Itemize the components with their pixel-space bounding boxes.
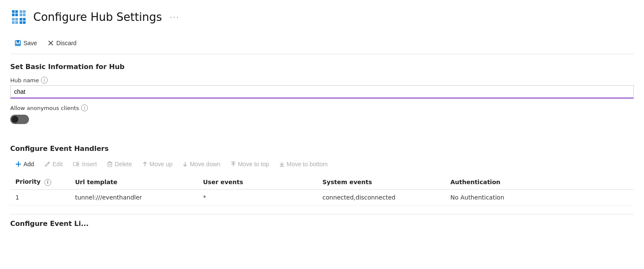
event-handlers-toolbar: Add Edit Insert	[10, 159, 634, 170]
basic-info-title: Set Basic Information for Hub	[10, 63, 634, 71]
svg-rect-24	[108, 162, 112, 167]
bottom-section-title: Configure Event Li...	[10, 220, 634, 228]
hub-name-info-icon[interactable]: i	[41, 77, 48, 84]
insert-icon	[73, 161, 80, 167]
add-button[interactable]: Add	[10, 159, 39, 170]
move-to-top-button[interactable]: Move to top	[226, 159, 274, 170]
row-url: tunnel:///eventhandler	[70, 189, 198, 205]
save-label: Save	[23, 40, 37, 46]
delete-button[interactable]: Delete	[102, 159, 137, 170]
row-auth: No Authentication	[445, 189, 634, 205]
svg-rect-14	[17, 40, 19, 43]
svg-rect-15	[16, 43, 20, 45]
arrow-up-icon	[142, 161, 148, 167]
svg-rect-21	[73, 162, 77, 166]
move-to-bottom-button[interactable]: Move to bottom	[274, 159, 333, 170]
toggle-slider	[10, 115, 29, 124]
event-handlers-section: Configure Event Handlers Add Edit	[10, 145, 634, 205]
bottom-section-partial: Configure Event Li...	[10, 214, 634, 228]
arrow-to-top-icon	[231, 161, 236, 167]
move-down-button[interactable]: Move down	[177, 159, 226, 170]
page-title: Configure Hub Settings	[33, 11, 162, 23]
col-auth-header: Authentication	[445, 175, 634, 189]
trash-icon	[107, 161, 113, 167]
event-handlers-table: Priority i Url template User events Syst…	[10, 175, 634, 205]
page-header: Configure Hub Settings ···	[10, 9, 634, 26]
discard-button[interactable]: Discard	[43, 38, 81, 49]
col-user-events-header: User events	[198, 175, 317, 189]
hub-name-input[interactable]	[10, 85, 634, 98]
plus-icon	[15, 161, 21, 167]
row-system-events: connected,disconnected	[317, 189, 445, 205]
pencil-icon	[44, 161, 50, 167]
discard-icon	[47, 40, 54, 46]
basic-info-section: Set Basic Information for Hub Hub name i…	[10, 63, 634, 134]
priority-info-icon[interactable]: i	[44, 179, 51, 186]
move-up-button[interactable]: Move up	[137, 159, 178, 170]
insert-button[interactable]: Insert	[68, 159, 102, 170]
allow-anonymous-label: Allow anonymous clients i	[10, 104, 634, 111]
allow-anonymous-info-icon[interactable]: i	[81, 104, 88, 111]
col-system-events-header: System events	[317, 175, 445, 189]
hub-name-label: Hub name i	[10, 77, 634, 84]
app-icon	[10, 9, 27, 26]
edit-button[interactable]: Edit	[39, 159, 68, 170]
table-header-row: Priority i Url template User events Syst…	[10, 175, 634, 189]
allow-anonymous-toggle[interactable]	[10, 115, 29, 124]
table-row: 1 tunnel:///eventhandler * connected,dis…	[10, 189, 634, 205]
more-menu-icon[interactable]: ···	[170, 13, 180, 22]
save-button[interactable]: Save	[10, 38, 41, 49]
arrow-down-icon	[183, 161, 188, 167]
main-toolbar: Save Discard	[10, 34, 634, 54]
row-user-events: *	[198, 189, 317, 205]
col-priority-header: Priority i	[10, 175, 70, 189]
discard-label: Discard	[56, 40, 76, 46]
save-icon	[15, 40, 21, 46]
row-priority: 1	[10, 189, 70, 205]
event-handlers-title: Configure Event Handlers	[10, 145, 634, 153]
arrow-to-bottom-icon	[279, 161, 284, 167]
col-url-header: Url template	[70, 175, 198, 189]
